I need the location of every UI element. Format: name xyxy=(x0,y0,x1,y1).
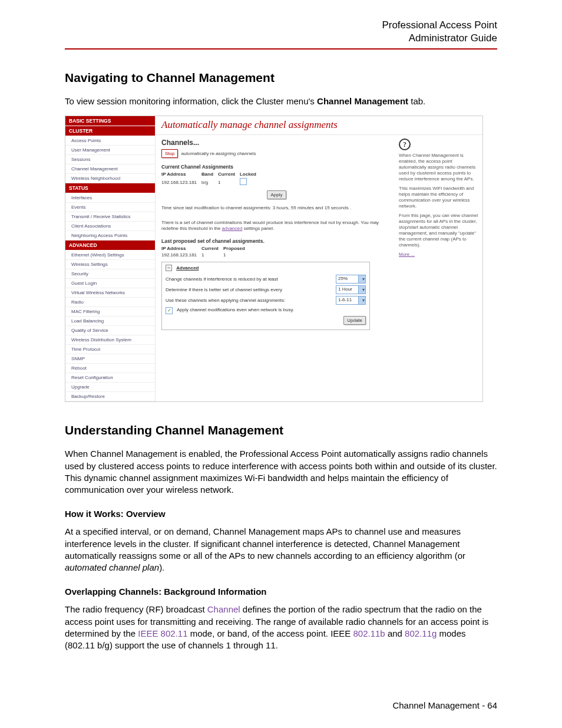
stop-button[interactable]: Stop xyxy=(161,149,178,158)
sidebar-item-backup-restore[interactable]: Backup/Restore xyxy=(65,392,155,401)
header-divider xyxy=(65,48,497,50)
sidebar: BASIC SETTINGS CLUSTER Access Points Use… xyxy=(65,116,156,401)
sidebar-item-ethernet-settings[interactable]: Ethernet (Wired) Settings xyxy=(65,251,155,260)
admin-ui-screenshot: BASIC SETTINGS CLUSTER Access Points Use… xyxy=(65,116,483,402)
section-heading-understanding: Understanding Channel Management xyxy=(65,423,497,437)
adv-row3-label: Use these channels when applying channel… xyxy=(166,298,333,303)
help-panel: ? When Channel Management is enabled, th… xyxy=(396,135,482,401)
help-text-1: When Channel Management is enabled, the … xyxy=(399,153,479,182)
subheading-how-it-works: How it Works: Overview xyxy=(65,509,497,519)
intro-paragraph: To view session monitoring information, … xyxy=(65,95,497,107)
sidebar-item-neighboring-aps[interactable]: Neighboring Access Points xyxy=(65,231,155,241)
adv-row4-label: Apply channel modifications even when ne… xyxy=(177,307,366,312)
channels-heading: Channels... xyxy=(161,139,392,147)
sidebar-item-radio[interactable]: Radio xyxy=(65,298,155,307)
sidebar-item-events[interactable]: Events xyxy=(65,203,155,212)
page-footer: Channel Management - 64 xyxy=(392,700,497,710)
sidebar-item-mac-filtering[interactable]: MAC Filtering xyxy=(65,307,155,317)
sidebar-item-wireless-neighborhood[interactable]: Wireless Neighborhood xyxy=(65,174,155,183)
page-title: Automatically manage channel assignments xyxy=(156,116,482,135)
link-80211b[interactable]: 802.11b xyxy=(353,628,385,638)
current-assignments-title: Current Channel Assignments xyxy=(161,164,392,170)
adv-row1-label: Change channels if interference is reduc… xyxy=(166,276,333,282)
last-proposed-title: Last proposed set of channel assignments… xyxy=(161,238,392,244)
sidebar-group-advanced[interactable]: ADVANCED xyxy=(65,241,155,251)
collapse-icon[interactable]: − xyxy=(166,265,172,271)
understanding-p1: When Channel Management is enabled, the … xyxy=(65,448,497,496)
sidebar-group-basic[interactable]: BASIC SETTINGS xyxy=(65,116,155,126)
advanced-link[interactable]: advanced xyxy=(222,226,243,231)
sidebar-item-security[interactable]: Security xyxy=(65,269,155,279)
content-area: Clustered ⚙ 1 Access Point ⛶ 0 User Acco… xyxy=(156,135,396,401)
sidebar-item-tx-rx-stats[interactable]: Transmit / Receive Statistics xyxy=(65,212,155,222)
advanced-title: Advanced xyxy=(176,265,199,271)
sidebar-item-user-management[interactable]: User Management xyxy=(65,146,155,155)
sidebar-item-load-balancing[interactable]: Load Balancing xyxy=(65,317,155,326)
time-since-note: Time since last modification to channel … xyxy=(161,205,392,211)
sidebar-item-access-points[interactable]: Access Points xyxy=(65,136,155,146)
help-text-2: This maximizes WiFi bandwidth and helps … xyxy=(399,186,479,209)
sidebar-item-client-associations[interactable]: Client Associations xyxy=(65,222,155,231)
sidebar-item-wireless-settings[interactable]: Wireless Settings xyxy=(65,260,155,269)
sidebar-item-snmp[interactable]: SNMP xyxy=(65,354,155,364)
sidebar-item-sessions[interactable]: Sessions xyxy=(65,155,155,164)
threshold-note: There is a set of channel combinations t… xyxy=(161,220,392,232)
table-row: 192.168.123.181 1 1 xyxy=(161,252,250,258)
adv-row1-select[interactable]: 25% xyxy=(336,275,366,284)
locked-checkbox[interactable] xyxy=(240,178,247,185)
table-row: 192.168.123.181 b/g 1 xyxy=(161,177,261,187)
link-80211g[interactable]: 802.11g xyxy=(405,628,437,638)
col-current: Current xyxy=(218,171,240,177)
sidebar-item-virtual-wireless[interactable]: Virtual Wireless Networks xyxy=(65,288,155,298)
sidebar-group-cluster[interactable]: CLUSTER xyxy=(65,126,155,136)
col-ip: IP Address xyxy=(161,171,201,177)
sidebar-group-status[interactable]: STATUS xyxy=(65,183,155,193)
sidebar-item-reset-config[interactable]: Reset Configuration xyxy=(65,373,155,383)
help-text-3: From this page, you can view channel ass… xyxy=(399,213,479,248)
help-more-link[interactable]: More ... xyxy=(399,252,415,258)
adv-row3-select[interactable]: 1-6-11 xyxy=(336,296,366,305)
sidebar-item-guest-login[interactable]: Guest Login xyxy=(65,279,155,288)
doc-title-1: Professional Access Point xyxy=(382,19,497,31)
col2-current: Current xyxy=(201,245,223,252)
adv-row2-select[interactable]: 1 Hour xyxy=(336,285,366,294)
col2-proposed: Proposed xyxy=(223,245,250,252)
link-ieee80211[interactable]: IEEE 802.11 xyxy=(138,628,187,638)
advanced-panel: − Advanced Change channels if interferen… xyxy=(161,262,370,330)
last-proposed-table: IP Address Current Proposed 192.168.123.… xyxy=(161,245,250,258)
sidebar-item-upgrade[interactable]: Upgrade xyxy=(65,383,155,392)
col2-ip: IP Address xyxy=(161,245,201,252)
overlapping-p: The radio frequency (RF) broadcast Chann… xyxy=(65,604,497,651)
apply-button[interactable]: Apply xyxy=(267,190,286,199)
adv-row4-checkbox[interactable]: ✓ xyxy=(166,307,173,314)
doc-title-2: Administrator Guide xyxy=(409,32,497,44)
update-button[interactable]: Update xyxy=(343,316,366,325)
how-it-works-p: At a specified interval, or on demand, C… xyxy=(65,526,497,574)
col-locked: Locked xyxy=(240,171,261,177)
sidebar-item-qos[interactable]: Quality of Service xyxy=(65,326,155,335)
sidebar-item-time-protocol[interactable]: Time Protocol xyxy=(65,345,155,354)
help-icon[interactable]: ? xyxy=(399,139,411,150)
sidebar-item-channel-management[interactable]: Channel Management xyxy=(65,164,155,174)
stop-label: automatically re-assigning channels xyxy=(181,151,256,156)
current-assignments-table: IP Address Band Current Locked 192.168.1… xyxy=(161,171,261,187)
sidebar-item-interfaces[interactable]: Interfaces xyxy=(65,193,155,203)
link-channel[interactable]: Channel xyxy=(207,604,240,614)
adv-row2-label: Determine if there is better set of chan… xyxy=(166,287,333,292)
section-heading-navigating: Navigating to Channel Management xyxy=(65,71,497,85)
sidebar-item-reboot[interactable]: Reboot xyxy=(65,364,155,373)
main-panel: Automatically manage channel assignments… xyxy=(156,116,482,401)
col-band: Band xyxy=(201,171,218,177)
sidebar-item-wds[interactable]: Wireless Distribution System xyxy=(65,335,155,345)
subheading-overlapping: Overlapping Channels: Background Informa… xyxy=(65,587,497,597)
